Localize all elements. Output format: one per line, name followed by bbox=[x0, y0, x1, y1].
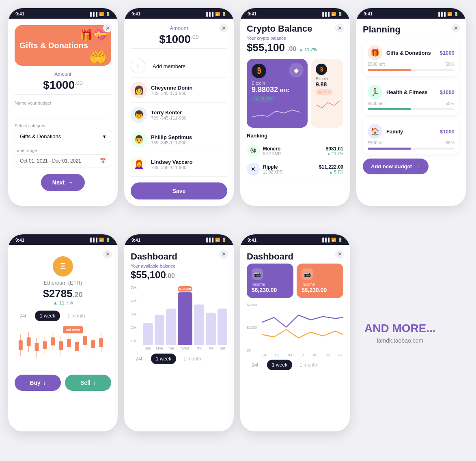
planning-info-0: 🎁 Gifts & Donations bbox=[368, 45, 431, 60]
date-range[interactable]: Oct 01, 2021 - Dec 01, 2021 📅 bbox=[15, 154, 111, 167]
planning-row-top-1: 🏃 Health & Fitness $1000 bbox=[368, 85, 454, 99]
member-phone-2: 789 -345-111-900 bbox=[151, 140, 192, 145]
bar-tooltip-wed: $10,320 bbox=[178, 286, 193, 292]
bitcoin-trend: ▲ 11.7% bbox=[252, 96, 275, 102]
dashboard-line-screen: ✕ Dashboard 📷 Income $6,230.00 📷 Income … bbox=[240, 245, 350, 431]
arrow-up-icon: ↑ bbox=[93, 380, 96, 386]
tab-1week-6[interactable]: 1 week bbox=[151, 354, 176, 364]
signal-icon-4: ▐▐▐ bbox=[437, 12, 446, 16]
and-more-title: AND MORE... bbox=[364, 322, 436, 335]
planning-info-1: 🏃 Health & Fitness bbox=[368, 85, 428, 99]
budget-hero: Gifts & Donations 🎁💝 🤲 bbox=[15, 25, 111, 66]
close-button-2[interactable]: ✕ bbox=[219, 24, 228, 32]
status-icons-2: ▐▐▐ 📶 🔋 bbox=[205, 12, 226, 16]
planning-row-top-2: 🏠 Family $1000 bbox=[368, 124, 454, 139]
sell-button[interactable]: Sell ↑ bbox=[65, 375, 111, 391]
planning-pct-2: 50% bbox=[446, 140, 454, 145]
y-axis: 50k 40k 30k 20k 10k bbox=[131, 285, 142, 350]
eth-name: Ethereum (ETH) bbox=[15, 280, 111, 286]
time-4: 9:41 bbox=[364, 11, 373, 16]
tab-1week-5[interactable]: 1 week bbox=[35, 311, 60, 321]
time-2: 9:41 bbox=[131, 11, 140, 16]
candle-chart: Vol $xxx bbox=[15, 326, 111, 367]
ranking-row-0: Ⓜ Monero 9.52 XMR $981.01 ▲ 11.7% bbox=[247, 142, 343, 160]
wifi-icon-5: 📶 bbox=[99, 238, 104, 242]
category-select[interactable]: Gifts & Donations ▾ bbox=[15, 130, 111, 143]
planning-meta-2: $500 left 50% bbox=[368, 140, 454, 145]
svg-rect-1 bbox=[19, 340, 23, 350]
monero-name: Monero bbox=[263, 146, 281, 152]
time-6: 9:41 bbox=[131, 238, 140, 242]
calendar-icon: 📅 bbox=[100, 158, 106, 164]
close-button-1[interactable]: ✕ bbox=[103, 24, 112, 32]
buy-button[interactable]: Buy ↓ bbox=[15, 375, 61, 391]
progress-fill-1 bbox=[368, 108, 411, 110]
planning-left-0: $500 left bbox=[368, 62, 385, 66]
arrow-down-icon: ↓ bbox=[43, 380, 46, 386]
and-more-section: AND MORE... iamdk.taobao.com bbox=[356, 234, 444, 431]
svg-text:Vol $xxx: Vol $xxx bbox=[66, 328, 80, 332]
planning-meta-1: $500 left 50% bbox=[368, 101, 454, 106]
budget-name-input[interactable] bbox=[15, 107, 111, 118]
phone-members: 9:41 ▐▐▐ 📶 🔋 ✕ Amount $1000.00 + Add mem… bbox=[124, 8, 234, 206]
y-axis-line: $2000 $1000 $0 bbox=[247, 303, 261, 360]
member-row-0: 👩 Cheyenne Donin 789 -345-111-900 bbox=[131, 78, 227, 103]
wifi-icon-2: 📶 bbox=[215, 12, 220, 16]
svg-rect-9 bbox=[51, 337, 55, 345]
battery-icon: 🔋 bbox=[106, 12, 110, 16]
close-button-7[interactable]: ✕ bbox=[335, 250, 344, 259]
signal-icon-2: ▐▐▐ bbox=[205, 12, 213, 16]
progress-bar-2 bbox=[368, 148, 454, 150]
member-phone-1: 789 -345-111-900 bbox=[151, 116, 186, 120]
planning-icon-2: 🏠 bbox=[368, 124, 382, 139]
crypto-title: Crypto Balance bbox=[247, 24, 343, 34]
tab-24h-6[interactable]: 24h bbox=[131, 354, 149, 364]
time-tabs-6: 24h 1 week 1 month bbox=[131, 354, 227, 364]
add-budget-button[interactable]: Add new budget → bbox=[363, 159, 429, 174]
tab-24h-7[interactable]: 24h bbox=[247, 360, 265, 370]
time-5: 9:41 bbox=[15, 238, 24, 242]
monero-price: $981.01 ▲ 11.7% bbox=[326, 146, 343, 156]
close-button-4[interactable]: ✕ bbox=[451, 24, 460, 32]
status-icons-3: ▐▐▐ 📶 🔋 bbox=[321, 12, 342, 16]
planning-icon-0: 🎁 bbox=[368, 45, 382, 60]
bar-label-sun: Sun bbox=[144, 346, 151, 350]
phone-budget: 9:41 ▐▐▐ 📶 🔋 ✕ Gifts & Donations 🎁💝 🤲 Am… bbox=[8, 8, 118, 206]
tab-1month-7[interactable]: 1 month bbox=[295, 360, 322, 370]
planning-left-2: $500 left bbox=[368, 140, 385, 145]
planning-item-1: 🏃 Health & Fitness $1000 $500 left 50% bbox=[363, 80, 459, 115]
bitcoin2-label: Bitcoin bbox=[316, 77, 338, 81]
bitcoin-card: ₿ ◆ Bitcoin 9.88032 BTC ▲ 11.7% bbox=[247, 59, 308, 128]
tab-24h-5[interactable]: 24h bbox=[15, 311, 32, 321]
svg-rect-15 bbox=[75, 342, 79, 351]
member-name-0: Cheyenne Donin bbox=[151, 85, 193, 91]
svg-rect-5 bbox=[35, 343, 39, 351]
bitcoin2-icon: ₿ bbox=[316, 64, 327, 75]
tab-1week-7[interactable]: 1 week bbox=[267, 360, 292, 370]
close-button-3[interactable]: ✕ bbox=[335, 24, 344, 32]
budget-screen: ✕ Gifts & Donations 🎁💝 🤲 Amount $1000.00… bbox=[8, 19, 118, 205]
next-button[interactable]: Next → bbox=[41, 174, 85, 191]
amount-value-1: $1000.00 bbox=[15, 79, 111, 95]
add-member-button[interactable]: + bbox=[131, 59, 145, 73]
bar-label-fri: Fri bbox=[209, 346, 213, 350]
battery-icon-3: 🔋 bbox=[338, 12, 342, 16]
tab-1month-5[interactable]: 1 month bbox=[62, 311, 90, 321]
bar-label-sat: Sat bbox=[220, 346, 225, 350]
bitcoin2-chart bbox=[316, 96, 340, 113]
eth-trend: ▲ 11.7% bbox=[15, 300, 111, 306]
eth-screen: ✕ Ξ Ethereum (ETH) $2785.20 ▲ 11.7% 24h … bbox=[8, 245, 118, 431]
close-button-5[interactable]: ✕ bbox=[103, 250, 112, 259]
crypto-screen: ✕ Crypto Balance Your crypto balance $55… bbox=[240, 19, 350, 205]
bitcoin2-card: ₿ Bitcoin 9.88 ▲ 11.7 bbox=[311, 59, 343, 128]
dashboard-cards: 📷 Income $6,230.00 📷 Income $6,230.00 bbox=[247, 264, 343, 298]
bitcoin2-trend: ▲ 11.7 bbox=[316, 89, 332, 95]
bitcoin-chart bbox=[252, 105, 300, 121]
ripple-name: Ripple bbox=[263, 164, 282, 170]
tab-1month-6[interactable]: 1 month bbox=[179, 354, 206, 364]
close-button-6[interactable]: ✕ bbox=[219, 250, 228, 259]
save-button[interactable]: Save bbox=[131, 182, 227, 199]
planning-item-0: 🎁 Gifts & Donations $1000 $500 left 50% bbox=[363, 41, 459, 76]
income-card-orange: 📷 Income $6,230.00 bbox=[297, 264, 343, 298]
planning-meta-0: $500 left 50% bbox=[368, 62, 454, 66]
